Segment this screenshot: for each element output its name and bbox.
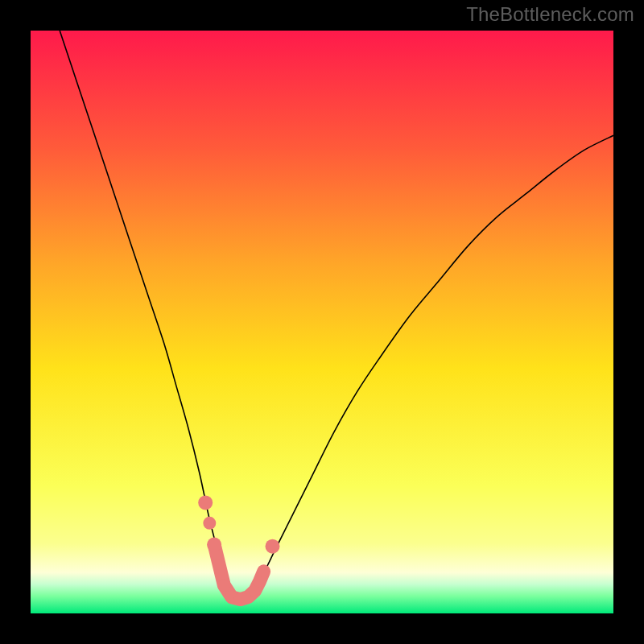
marker-point [258, 565, 270, 578]
attribution-text: TheBottleneck.com [466, 3, 634, 26]
marker-point [266, 539, 280, 554]
plot-area [31, 31, 613, 613]
plot-svg [31, 31, 613, 613]
gradient-background [31, 31, 613, 613]
chart-container: TheBottleneck.com [0, 0, 644, 644]
marker-point [207, 538, 221, 552]
marker-point [203, 517, 216, 530]
marker-point [217, 579, 230, 592]
marker-point [198, 495, 213, 510]
